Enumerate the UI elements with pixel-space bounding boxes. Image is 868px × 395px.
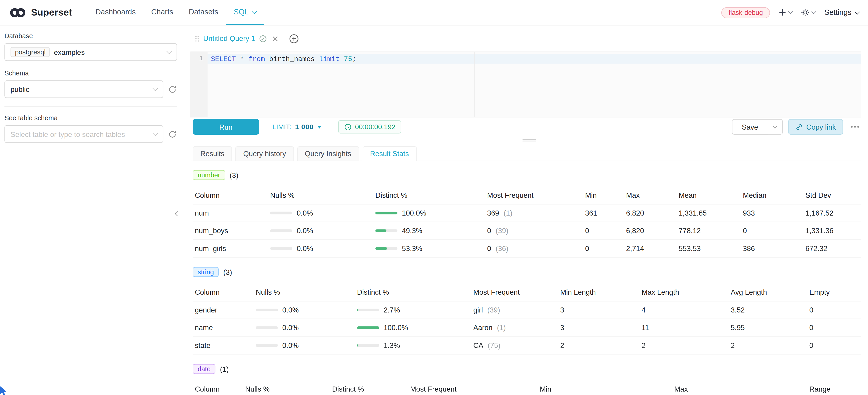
table-select-row: Select table or type to search tables <box>4 125 177 143</box>
table-select[interactable]: Select table or type to search tables <box>4 125 163 143</box>
nav-link-datasets[interactable]: Datasets <box>181 0 226 25</box>
save-dropdown-button[interactable] <box>768 119 782 134</box>
close-tab-icon[interactable] <box>272 36 278 41</box>
sun-icon <box>801 8 809 17</box>
chevron-down-icon <box>252 8 257 14</box>
code-token: limit <box>319 55 340 63</box>
percent-label: 100.0% <box>402 209 427 217</box>
refresh-tables-button[interactable] <box>168 130 177 138</box>
type-badge-string: string <box>193 267 219 277</box>
south-pane-tabs: ResultsQuery historyQuery InsightsResult… <box>190 145 861 161</box>
nav-link-sql[interactable]: SQL <box>226 0 264 25</box>
refresh-schemas-button[interactable] <box>168 85 177 93</box>
stats-section-number: number(3)ColumnNulls %Distinct %Most Fre… <box>193 170 861 257</box>
section-head: string(3) <box>193 267 861 277</box>
sql-editor[interactable]: 1 SELECT * from birth_names limit 75; <box>190 52 861 117</box>
tab-query-history[interactable]: Query history <box>236 146 294 161</box>
table-row-name: name0.0%100.0%Aaron(1)3115.950 <box>193 319 861 337</box>
progress-bar-track <box>270 212 292 214</box>
limit-dropdown[interactable]: LIMIT: 1 000 <box>272 123 322 131</box>
column-header-most-frequent: Most Frequent <box>408 381 537 395</box>
line-number-gutter: 1 <box>191 52 208 117</box>
column-header-std-dev: Std Dev <box>803 187 861 204</box>
type-badge-date: date <box>193 364 216 374</box>
add-tab-button[interactable] <box>289 34 299 44</box>
schema-select[interactable]: public <box>4 80 163 98</box>
code-token: ; <box>352 55 356 63</box>
chevron-down-icon <box>166 49 172 54</box>
percent-label: 2.7% <box>384 306 400 314</box>
drag-handle-icon[interactable] <box>195 35 199 42</box>
progress-bar-track <box>375 247 397 250</box>
cell-value: 1,331.36 <box>803 222 861 239</box>
column-header-column: Column <box>193 284 253 301</box>
sql-lab-main: Untitled Query 1 1 <box>190 25 868 395</box>
cell-value: 2 <box>558 337 640 354</box>
run-button[interactable]: Run <box>193 119 259 134</box>
code-area[interactable]: SELECT * from birth_names limit 75; <box>208 52 861 117</box>
cell-value: 1,331.65 <box>677 204 741 221</box>
stats-section-string: string(3)ColumnNulls %Distinct %Most Fre… <box>193 267 861 355</box>
superset-logo[interactable]: Superset <box>9 0 72 25</box>
cell-column-name: num <box>193 204 268 221</box>
mouse-cursor <box>0 386 8 395</box>
cell-value: 553.53 <box>677 240 741 257</box>
new-item-dropdown[interactable] <box>779 9 792 16</box>
save-button[interactable]: Save <box>732 119 768 134</box>
navbar-right: flask-debug Settings <box>721 0 859 25</box>
column-header-distinct-: Distinct % <box>330 381 408 395</box>
most-frequent-value: 369 <box>487 209 499 217</box>
progress-bar-fill <box>375 247 387 250</box>
column-header-distinct-: Distinct % <box>355 284 471 301</box>
refresh-icon <box>168 85 177 93</box>
most-frequent-value: 0 <box>487 244 491 252</box>
cell-value: 361 <box>583 204 624 221</box>
theme-dropdown[interactable] <box>801 8 815 17</box>
progress-bar-track <box>270 229 292 232</box>
percent-label: 0.0% <box>282 341 299 350</box>
table-schema-label: See table schema <box>4 114 177 122</box>
limit-label: LIMIT: <box>272 123 291 131</box>
cell-value: 672.32 <box>803 240 861 257</box>
plus-icon <box>779 9 786 16</box>
progress-bar-track <box>256 344 278 347</box>
percent-label: 0.0% <box>282 306 299 314</box>
tab-results[interactable]: Results <box>193 146 232 161</box>
query-tab-title[interactable]: Untitled Query 1 <box>203 34 255 42</box>
nav-link-dashboards[interactable]: Dashboards <box>88 0 144 25</box>
stats-table-date: ColumnNulls %Distinct %Most FrequentMinM… <box>193 381 861 395</box>
cell-distinct-percent: 49.3% <box>373 222 485 239</box>
most-frequent-value: CA <box>473 341 484 350</box>
more-actions-button[interactable] <box>848 125 861 129</box>
progress-bar-track <box>256 309 278 311</box>
schema-select-row: public <box>4 80 177 98</box>
link-icon <box>795 123 802 130</box>
percent-label: 53.3% <box>402 244 422 252</box>
database-value: examples <box>54 48 85 56</box>
database-select[interactable]: postgresql examples <box>4 43 177 61</box>
chevron-left-icon <box>175 211 180 216</box>
copy-link-button[interactable]: Copy link <box>788 119 843 134</box>
cell-value: 933 <box>741 204 803 221</box>
query-tab[interactable]: Untitled Query 1 <box>195 34 278 42</box>
copy-link-label: Copy link <box>806 123 836 131</box>
cell-most-frequent: Aaron(1) <box>471 319 558 336</box>
nav-link-charts[interactable]: Charts <box>144 0 181 25</box>
chevron-down-icon <box>788 9 793 14</box>
tab-result-stats[interactable]: Result Stats <box>362 146 416 161</box>
settings-menu[interactable]: Settings <box>824 8 859 17</box>
tab-query-insights[interactable]: Query Insights <box>297 146 359 161</box>
most-frequent-count: (1) <box>497 324 505 332</box>
progress-bar-fill <box>357 309 358 311</box>
stats-table-number: ColumnNulls %Distinct %Most FrequentMinM… <box>193 187 861 257</box>
cell-distinct-percent: 100.0% <box>373 204 485 221</box>
cell-column-name: num_boys <box>193 222 268 239</box>
table-row-num-boys: num_boys0.0%49.3%0(39)06,820778.1201,331… <box>193 222 861 240</box>
pane-resize-handle[interactable] <box>190 135 868 145</box>
sidebar-collapse-button[interactable] <box>173 206 182 220</box>
schema-value: public <box>10 85 29 93</box>
cell-value: 5.95 <box>728 319 807 336</box>
settings-label: Settings <box>824 8 851 17</box>
most-frequent-count: (75) <box>488 341 500 350</box>
cell-value: 0 <box>583 240 624 257</box>
